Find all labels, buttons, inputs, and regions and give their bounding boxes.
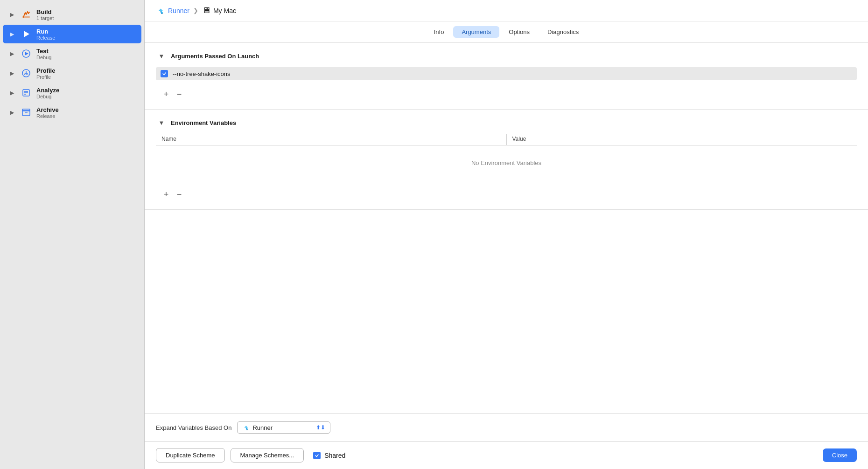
breadcrumb-runner-label: Runner [168, 7, 189, 14]
close-button[interactable]: Close [823, 448, 857, 462]
flutter-icon [156, 6, 165, 15]
argument-row: --no-tree-shake-icons [156, 67, 857, 80]
archive-subtitle: Release [36, 113, 59, 119]
arguments-list: --no-tree-shake-icons [156, 67, 857, 80]
build-icon [20, 8, 33, 21]
env-add-button[interactable]: + [161, 189, 172, 200]
shared-label: Shared [324, 452, 345, 459]
build-title: Build [36, 8, 54, 15]
run-text: Run Release [36, 28, 55, 41]
shared-checkbox[interactable] [313, 452, 321, 459]
archive-icon [20, 106, 33, 119]
env-remove-button[interactable]: − [174, 189, 185, 200]
arguments-section: ▼ Arguments Passed On Launch --no-tree-s… [145, 43, 868, 110]
arguments-collapse-button[interactable]: ▼ [156, 50, 167, 62]
profile-title: Profile [36, 67, 55, 74]
shared-area: Shared [313, 452, 345, 459]
flutter-small-icon [242, 424, 250, 431]
build-subtitle: 1 target [36, 15, 54, 21]
argument-value: --no-tree-shake-icons [173, 70, 231, 77]
breadcrumb-current-label: My Mac [213, 7, 236, 14]
archive-text: Archive Release [36, 106, 59, 119]
env-table: Name Value No Environment Variables [156, 134, 857, 180]
breadcrumb: Runner ❯ 🖥 My Mac [145, 0, 868, 21]
chevron-icon: ▶ [8, 70, 16, 76]
breadcrumb-current: 🖥 My Mac [202, 6, 236, 15]
chevron-icon: ▶ [8, 12, 16, 18]
env-section: ▼ Environment Variables Name Value No En… [145, 110, 868, 210]
arguments-add-button[interactable]: + [161, 89, 172, 100]
tab-info[interactable]: Info [426, 26, 453, 38]
chevron-icon: ▶ [8, 51, 16, 57]
sidebar-item-archive[interactable]: ▶ Archive Release [3, 103, 141, 122]
shared-checkmark-icon [315, 453, 319, 458]
tab-options[interactable]: Options [500, 26, 538, 38]
monitor-icon: 🖥 [202, 6, 210, 15]
archive-title: Archive [36, 106, 59, 113]
env-empty-message: No Environment Variables [156, 145, 857, 181]
env-section-header: ▼ Environment Variables [156, 117, 857, 128]
arguments-add-remove: + − [156, 84, 857, 102]
main-panel: Runner ❯ 🖥 My Mac Info Arguments Options… [145, 0, 868, 469]
tab-arguments[interactable]: Arguments [453, 26, 499, 38]
chevron-icon: ▶ [8, 90, 16, 96]
env-add-remove: + − [156, 184, 857, 202]
expand-label: Expand Variables Based On [156, 424, 231, 431]
profile-icon [20, 67, 33, 80]
run-subtitle: Release [36, 35, 55, 41]
arguments-section-header: ▼ Arguments Passed On Launch [156, 50, 857, 62]
duplicate-scheme-button[interactable]: Duplicate Scheme [156, 448, 225, 462]
build-text: Build 1 target [36, 8, 54, 21]
test-subtitle: Debug [36, 55, 51, 60]
expand-select-value-wrap: Runner [242, 424, 273, 431]
tab-bar: Info Arguments Options Diagnostics [145, 21, 868, 43]
analyze-text: Analyze Debug [36, 87, 59, 99]
test-icon [20, 47, 33, 60]
breadcrumb-separator: ❯ [193, 7, 198, 14]
sidebar-item-analyze[interactable]: ▶ Analyze Debug [3, 83, 141, 102]
sidebar-item-profile[interactable]: ▶ Profile Profile [3, 64, 141, 83]
sidebar-item-test[interactable]: ▶ Test Debug [3, 44, 141, 63]
env-section-title: Environment Variables [171, 119, 236, 126]
chevron-icon: ▶ [8, 110, 16, 116]
sidebar: ▶ Build 1 target ▶ Run Release ▶ [0, 0, 145, 469]
content-area: ▼ Arguments Passed On Launch --no-tree-s… [145, 43, 868, 414]
analyze-title: Analyze [36, 87, 59, 94]
footer: Expand Variables Based On Runner ⬆⬇ Dupl… [145, 414, 868, 469]
chevron-icon: ▶ [8, 31, 16, 37]
manage-schemes-button[interactable]: Manage Schemes... [231, 448, 304, 462]
run-title: Run [36, 28, 55, 35]
sidebar-item-run[interactable]: ▶ Run Release [3, 25, 141, 43]
expand-select-value: Runner [252, 424, 273, 431]
tab-diagnostics[interactable]: Diagnostics [539, 26, 587, 38]
svg-rect-11 [22, 109, 30, 111]
argument-checkbox[interactable] [161, 70, 168, 77]
arguments-remove-button[interactable]: − [174, 89, 185, 100]
arguments-section-title: Arguments Passed On Launch [171, 53, 259, 60]
stepper-icon: ⬆⬇ [316, 424, 325, 431]
bottom-bar: Duplicate Scheme Manage Schemes... Share… [145, 441, 868, 469]
svg-marker-1 [24, 31, 29, 37]
env-col-value: Value [506, 134, 857, 145]
test-text: Test Debug [36, 48, 51, 60]
profile-text: Profile Profile [36, 67, 55, 80]
svg-rect-0 [22, 16, 30, 18]
svg-marker-3 [25, 52, 28, 55]
sidebar-item-build[interactable]: ▶ Build 1 target [3, 5, 141, 24]
profile-subtitle: Profile [36, 74, 55, 80]
analyze-icon [20, 86, 33, 99]
run-icon [20, 28, 33, 41]
expand-row: Expand Variables Based On Runner ⬆⬇ [145, 414, 868, 441]
analyze-subtitle: Debug [36, 94, 59, 99]
checkmark-icon [162, 71, 167, 76]
expand-select[interactable]: Runner ⬆⬇ [237, 421, 330, 434]
test-title: Test [36, 48, 51, 55]
env-col-name: Name [156, 134, 506, 145]
env-collapse-button[interactable]: ▼ [156, 117, 167, 128]
breadcrumb-runner[interactable]: Runner [156, 6, 189, 15]
